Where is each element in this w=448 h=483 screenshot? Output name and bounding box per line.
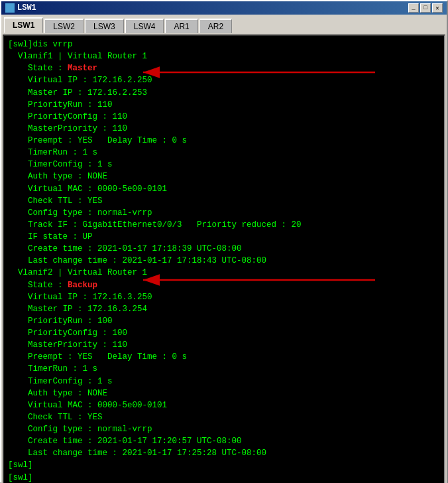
terminal-line: TimerConfig : 1 s (8, 159, 440, 171)
tab-ar2[interactable]: AR2 (199, 19, 232, 33)
terminal-line: PriorityConfig : 110 (8, 111, 440, 123)
minimize-button[interactable]: _ (408, 3, 419, 13)
terminal-line: Last change time : 2021-01-17 17:25:28 U… (8, 447, 440, 459)
terminal-line: Virtual IP : 172.16.3.250 (8, 291, 440, 303)
terminal-line: Track IF : GigabitEthernet0/0/3 Priority… (8, 219, 440, 231)
terminal-line: [swl] (8, 459, 440, 471)
terminal-line: Check TTL : YES (8, 195, 440, 207)
terminal-line: Auth type : NONE (8, 387, 440, 399)
terminal-line: Vlanif1 | Virtual Router 1 (8, 50, 440, 62)
window-title: LSW1 (17, 3, 36, 13)
terminal-line: Config type : normal-vrrp (8, 423, 440, 435)
terminal-output: [swl]dis vrrp Vlanif1 | Virtual Router 1… (8, 38, 440, 483)
tab-lsw3[interactable]: LSW3 (85, 19, 124, 33)
terminal-line: PriorityConfig : 100 (8, 327, 440, 339)
terminal-line: TimerRun : 1 s (8, 363, 440, 375)
terminal-line: PriorityRun : 110 (8, 99, 440, 111)
title-bar: LSW1 _ □ ✕ (1, 1, 447, 15)
terminal-line: TimerRun : 1 s (8, 147, 440, 159)
tab-lsw1[interactable]: LSW1 (4, 17, 43, 33)
terminal-line: Virtual MAC : 0000-5e00-0101 (8, 399, 440, 411)
terminal-line: MasterPriority : 110 (8, 123, 440, 135)
terminal-line: TimerConfig : 1 s (8, 376, 440, 387)
terminal-line: IF state : UP (8, 231, 440, 243)
tab-bar: LSW1 LSW2 LSW3 LSW4 AR1 AR2 (1, 15, 447, 33)
terminal[interactable]: [swl]dis vrrp Vlanif1 | Virtual Router 1… (3, 34, 445, 483)
terminal-line: MasterPriority : 110 (8, 339, 440, 351)
terminal-line: [swl] (8, 472, 440, 484)
terminal-line: Auth type : NONE (8, 171, 440, 182)
maximize-button[interactable]: □ (420, 3, 431, 13)
terminal-line: Master IP : 172.16.3.254 (8, 303, 440, 315)
terminal-line: PriorityRun : 100 (8, 315, 440, 327)
terminal-line: Master IP : 172.16.2.253 (8, 87, 440, 99)
terminal-line: Preempt : YES Delay Time : 0 s (8, 351, 440, 363)
title-controls: _ □ ✕ (408, 3, 443, 13)
app-icon (5, 3, 15, 13)
terminal-line: State : Backup (8, 279, 440, 291)
title-bar-left: LSW1 (5, 3, 36, 13)
terminal-line: Preempt : YES Delay Time : 0 s (8, 135, 440, 147)
terminal-line: State : Master (8, 62, 440, 74)
terminal-line: Virtual MAC : 0000-5e00-0101 (8, 183, 440, 195)
terminal-line: Last change time : 2021-01-17 17:18:43 U… (8, 255, 440, 267)
terminal-line: Vlanif2 | Virtual Router 1 (8, 267, 440, 279)
terminal-line: Create time : 2021-01-17 17:18:39 UTC-08… (8, 243, 440, 255)
content-area: [swl]dis vrrp Vlanif1 | Virtual Router 1… (1, 33, 447, 483)
tab-lsw4[interactable]: LSW4 (125, 19, 164, 33)
terminal-line: Virtual IP : 172.16.2.250 (8, 74, 440, 86)
tab-lsw2[interactable]: LSW2 (44, 19, 84, 33)
terminal-line: [swl]dis vrrp (8, 38, 440, 50)
terminal-line: Create time : 2021-01-17 17:20:57 UTC-08… (8, 435, 440, 447)
tab-ar1[interactable]: AR1 (165, 19, 197, 33)
close-button[interactable]: ✕ (432, 3, 443, 13)
main-window: LSW1 _ □ ✕ LSW1 LSW2 LSW3 LSW4 AR1 AR2 [… (0, 0, 448, 483)
terminal-line: Config type : normal-vrrp (8, 207, 440, 219)
terminal-line: Check TTL : YES (8, 411, 440, 423)
